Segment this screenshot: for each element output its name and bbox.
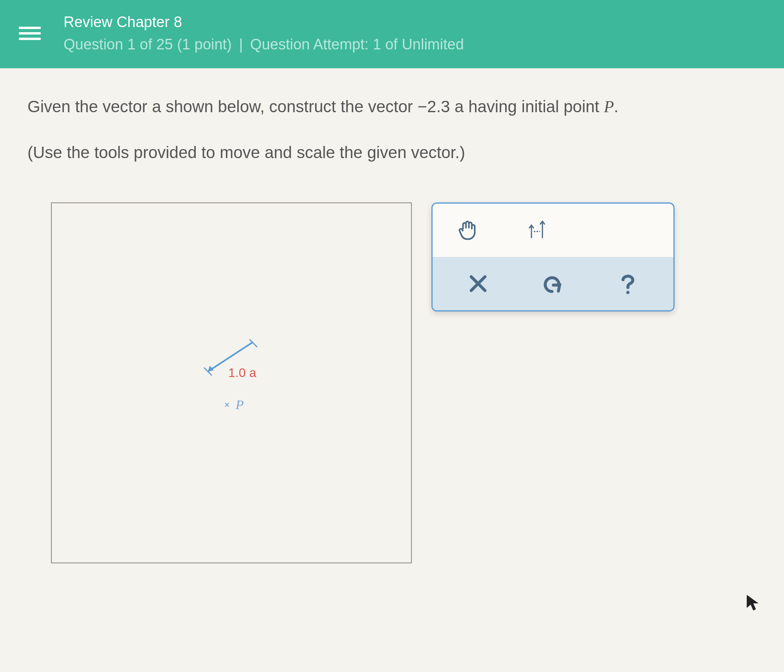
tool-row-bottom bbox=[433, 257, 673, 310]
question-pos: Question 1 of 25 (1 point) bbox=[64, 36, 232, 53]
point-p[interactable]: × P bbox=[224, 397, 244, 412]
point-p-label: P bbox=[236, 397, 244, 412]
question-text: Given the vector a shown below, construc… bbox=[27, 92, 757, 167]
menu-icon[interactable] bbox=[16, 24, 44, 43]
q-post: a having initial point bbox=[450, 97, 604, 116]
divider: | bbox=[239, 36, 243, 53]
q-pre: Given the vector a shown below, construc… bbox=[27, 97, 418, 116]
work-area: 1.0 a × P bbox=[27, 202, 757, 563]
scale-tool[interactable] bbox=[523, 215, 554, 246]
vector-a[interactable]: 1.0 a bbox=[200, 336, 263, 379]
mouse-cursor-icon bbox=[745, 594, 760, 613]
vector-scale-label: 1.0 a bbox=[228, 366, 256, 380]
scale-arrows-icon bbox=[527, 219, 550, 242]
point-marker-icon: × bbox=[224, 399, 230, 410]
q-scalar: −2.3 bbox=[418, 97, 450, 116]
hand-icon bbox=[456, 219, 480, 242]
header-text: Review Chapter 8 Question 1 of 25 (1 poi… bbox=[64, 11, 464, 56]
tool-row-top bbox=[433, 204, 673, 257]
attempt-label: Question Attempt: 1 of Unlimited bbox=[250, 36, 464, 53]
question-line-2: (Use the tools provided to move and scal… bbox=[27, 138, 757, 168]
content-area: Given the vector a shown below, construc… bbox=[0, 68, 784, 587]
vector-canvas[interactable]: 1.0 a × P bbox=[51, 202, 412, 563]
x-icon bbox=[466, 272, 490, 295]
hand-move-tool[interactable] bbox=[452, 215, 484, 246]
q-end: . bbox=[614, 97, 618, 116]
toolbox bbox=[431, 202, 675, 311]
question-mark-icon bbox=[616, 272, 640, 295]
q-point-var: P bbox=[604, 98, 614, 116]
chapter-title: Review Chapter 8 bbox=[64, 11, 464, 33]
clear-button[interactable] bbox=[462, 268, 494, 299]
question-line-1: Given the vector a shown below, construc… bbox=[27, 92, 757, 122]
undo-icon bbox=[541, 272, 565, 295]
question-indicator: Question 1 of 25 (1 point) | Question At… bbox=[64, 33, 464, 56]
header-bar: Review Chapter 8 Question 1 of 25 (1 poi… bbox=[0, 0, 784, 68]
undo-button[interactable] bbox=[537, 268, 569, 299]
help-button[interactable] bbox=[612, 268, 644, 299]
svg-point-9 bbox=[626, 291, 629, 294]
